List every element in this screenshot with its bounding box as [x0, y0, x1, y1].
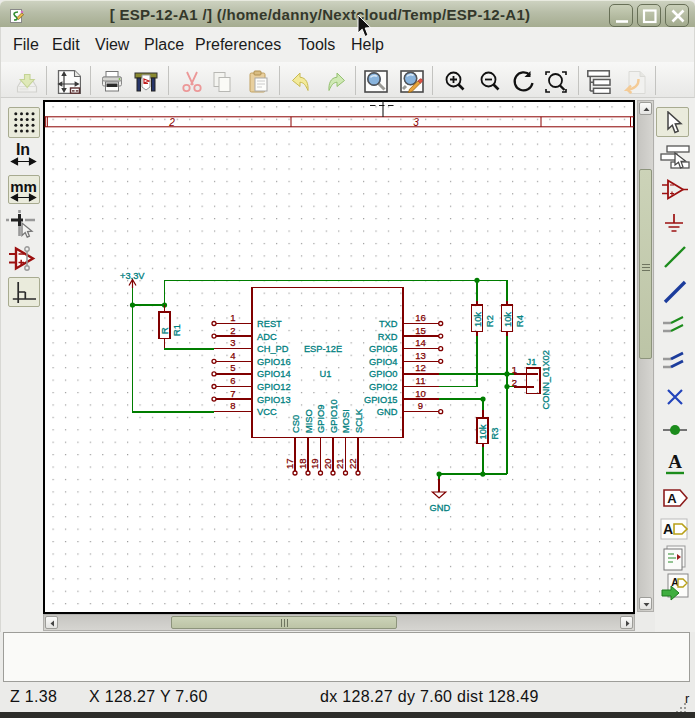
svg-text:R: R — [160, 327, 170, 334]
svg-text:GPIO14: GPIO14 — [257, 369, 291, 379]
svg-text:GPIO12: GPIO12 — [257, 382, 291, 392]
svg-text:R3: R3 — [490, 428, 500, 440]
svg-text:J1: J1 — [527, 357, 537, 367]
svg-text:A: A — [668, 451, 682, 472]
svg-text:MISO: MISO — [304, 409, 314, 433]
svg-text:GPIO10: GPIO10 — [329, 399, 339, 433]
svg-text:mm: mm — [10, 178, 37, 195]
svg-text:GPIO15: GPIO15 — [364, 395, 398, 405]
svg-text:+3.3V: +3.3V — [120, 271, 145, 281]
svg-text:RXD: RXD — [378, 332, 398, 342]
svg-text:20: 20 — [322, 458, 333, 469]
svg-text:In: In — [16, 143, 30, 158]
svg-text:VCC: VCC — [257, 407, 277, 417]
svg-text:5: 5 — [230, 362, 235, 373]
svg-text:3: 3 — [230, 337, 235, 348]
svg-text:14: 14 — [415, 337, 426, 348]
svg-text:2: 2 — [230, 325, 235, 336]
svg-text:GPIO4: GPIO4 — [369, 357, 397, 367]
svg-text:8: 8 — [230, 400, 235, 411]
svg-text:10k: 10k — [473, 312, 483, 327]
svg-text:R4: R4 — [515, 315, 525, 327]
svg-text:7: 7 — [230, 388, 235, 399]
svg-text:17: 17 — [284, 458, 295, 469]
svg-text:9: 9 — [418, 400, 423, 411]
svg-text:22: 22 — [347, 458, 358, 469]
svg-text:SCLK: SCLK — [354, 408, 364, 433]
svg-text:3: 3 — [413, 117, 419, 128]
svg-text:GPIO0: GPIO0 — [369, 369, 397, 379]
svg-text:ADC: ADC — [257, 332, 277, 342]
svg-text:16: 16 — [415, 312, 426, 323]
svg-text:GND: GND — [430, 503, 451, 513]
svg-text:10: 10 — [415, 388, 426, 399]
svg-text:GPIO5: GPIO5 — [369, 344, 397, 354]
svg-text:CH_PD: CH_PD — [257, 344, 289, 354]
svg-text:CONN_01X02: CONN_01X02 — [541, 350, 551, 409]
svg-text:GPIO2: GPIO2 — [369, 382, 397, 392]
svg-text:4: 4 — [230, 350, 235, 361]
svg-text:GPIO16: GPIO16 — [257, 357, 291, 367]
svg-text:13: 13 — [415, 350, 426, 361]
svg-text:6: 6 — [230, 375, 235, 386]
svg-text:CS0: CS0 — [291, 415, 301, 433]
svg-text:GPIO9: GPIO9 — [316, 405, 326, 433]
svg-text:R2: R2 — [485, 315, 495, 327]
svg-text:GND: GND — [377, 407, 398, 417]
svg-text:21: 21 — [334, 458, 345, 469]
svg-text:2: 2 — [512, 377, 517, 388]
svg-text:2: 2 — [168, 117, 175, 128]
svg-text:12: 12 — [415, 362, 426, 373]
svg-text:1: 1 — [512, 364, 517, 375]
svg-text:19: 19 — [309, 458, 320, 469]
svg-text:18: 18 — [297, 458, 308, 469]
svg-text:R1: R1 — [172, 324, 182, 336]
svg-text:15: 15 — [415, 325, 426, 336]
svg-text:REST: REST — [257, 319, 282, 329]
svg-text:A: A — [667, 491, 677, 506]
svg-text:U1: U1 — [320, 369, 332, 379]
svg-text:11: 11 — [416, 375, 426, 386]
svg-text:A: A — [663, 521, 673, 537]
svg-text:10k: 10k — [503, 312, 513, 327]
svg-text:1: 1 — [230, 312, 235, 323]
svg-text:GPIO13: GPIO13 — [257, 395, 291, 405]
svg-text:MOSI: MOSI — [341, 409, 351, 433]
svg-text:ESP-12E: ESP-12E — [304, 344, 342, 354]
svg-text:TXD: TXD — [379, 319, 398, 329]
svg-text:10k: 10k — [478, 424, 488, 439]
